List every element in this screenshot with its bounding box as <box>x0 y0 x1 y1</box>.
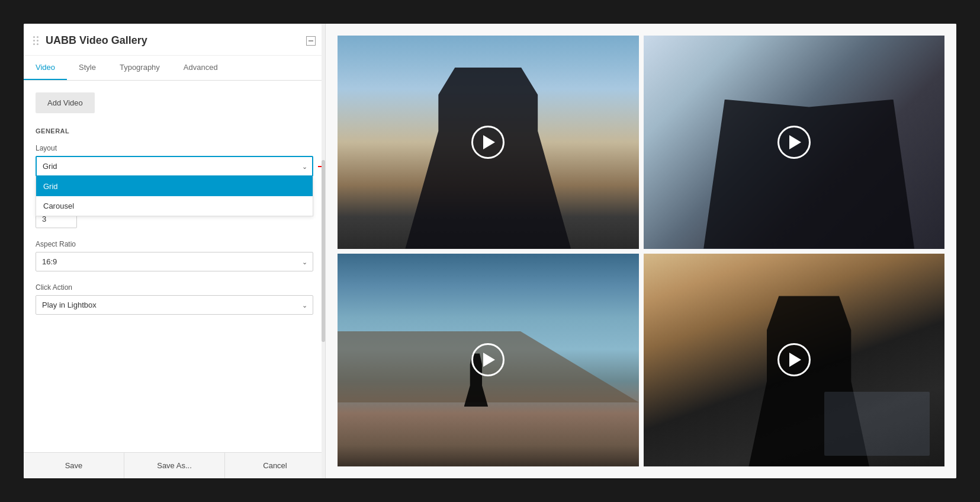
panel-title: UABB Video Gallery <box>46 34 306 47</box>
general-section-label: GENERAL <box>36 127 313 135</box>
play-icon-3 <box>483 353 495 367</box>
video-thumb-3[interactable] <box>338 254 639 467</box>
settings-panel: UABB Video Gallery Video Style Typograph… <box>24 24 326 478</box>
drag-handle[interactable] <box>33 36 38 45</box>
aspect-ratio-select-wrapper: 16:9 ⌄ <box>36 252 313 271</box>
layout-option-grid[interactable]: Grid <box>36 177 313 196</box>
layout-option-carousel[interactable]: Carousel <box>36 196 313 216</box>
tab-typography[interactable]: Typography <box>108 56 172 80</box>
aspect-ratio-field: Aspect Ratio 16:9 ⌄ <box>36 240 313 271</box>
layout-field-label: Layout <box>36 144 313 152</box>
app-window: UABB Video Gallery Video Style Typograph… <box>24 24 956 478</box>
video-thumb-1[interactable] <box>338 36 639 249</box>
play-icon-2 <box>789 135 801 149</box>
save-button[interactable]: Save <box>24 453 124 478</box>
tab-style[interactable]: Style <box>67 56 108 80</box>
play-button-1[interactable] <box>471 126 505 159</box>
aspect-ratio-select[interactable]: 16:9 <box>36 252 313 271</box>
cancel-button[interactable]: Cancel <box>225 453 325 478</box>
play-button-3[interactable] <box>471 343 505 376</box>
play-icon-1 <box>483 135 495 149</box>
video-grid <box>326 24 956 478</box>
aspect-ratio-label: Aspect Ratio <box>36 240 313 248</box>
click-action-select[interactable]: Play in Lightbox <box>36 295 313 315</box>
save-as-button[interactable]: Save As... <box>124 453 225 478</box>
tabs-row: Video Style Typography Advanced <box>24 56 325 81</box>
panel-body: Add Video GENERAL Layout Grid ⌄ Grid Car… <box>24 81 325 452</box>
video-thumb-2[interactable] <box>644 36 945 249</box>
scrollbar-thumb[interactable] <box>322 160 325 342</box>
video-thumb-4[interactable] <box>644 254 945 467</box>
panel-header: UABB Video Gallery <box>24 24 325 56</box>
add-video-button[interactable]: Add Video <box>36 92 95 113</box>
minimize-icon <box>309 40 313 41</box>
panel-footer: Save Save As... Cancel <box>24 452 325 478</box>
click-action-select-wrapper: Play in Lightbox ⌄ <box>36 295 313 315</box>
click-action-label: Click Action <box>36 283 313 292</box>
scrollbar[interactable] <box>322 24 325 478</box>
tab-video[interactable]: Video <box>24 56 67 80</box>
minimize-button[interactable] <box>306 36 316 46</box>
play-icon-4 <box>789 353 801 367</box>
play-button-2[interactable] <box>777 126 811 159</box>
tab-advanced[interactable]: Advanced <box>172 56 230 80</box>
layout-dropdown: Grid Carousel <box>36 177 313 216</box>
play-button-4[interactable] <box>777 343 811 376</box>
click-action-field: Click Action Play in Lightbox ⌄ <box>36 283 313 315</box>
layout-select[interactable]: Grid <box>36 156 313 177</box>
layout-select-wrapper: Grid ⌄ Grid Carousel <box>36 156 313 177</box>
